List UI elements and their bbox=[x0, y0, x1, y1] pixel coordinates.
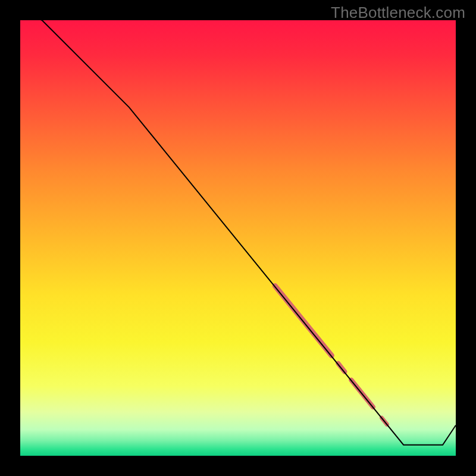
gradient-background bbox=[20, 20, 456, 456]
chart-container: TheBottleneck.com bbox=[0, 0, 476, 476]
watermark-text: TheBottleneck.com bbox=[331, 4, 465, 22]
plot-area bbox=[20, 11, 456, 456]
chart-svg bbox=[0, 0, 476, 476]
